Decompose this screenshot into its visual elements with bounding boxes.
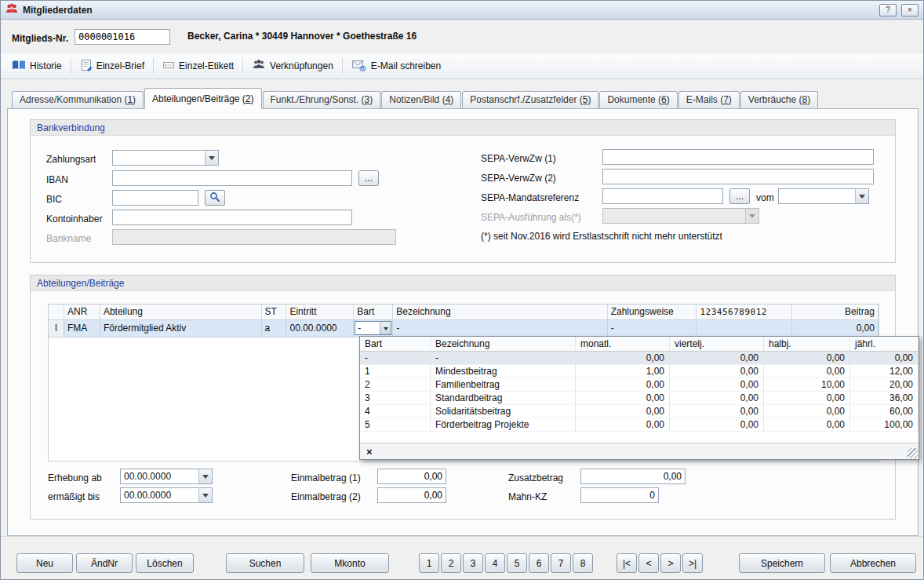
chevron-down-icon[interactable] — [205, 151, 218, 165]
column-header-st: ST — [262, 305, 287, 320]
tab[interactable]: Adresse/Kommunikation (1) — [12, 91, 144, 108]
ermaessigt-bis-value: 00.00.0000 — [121, 488, 198, 502]
historie-button[interactable]: Historie — [9, 59, 65, 74]
iban-input[interactable] — [112, 170, 352, 186]
tab[interactable]: Notizen/Bild (4) — [381, 91, 461, 108]
option-bart: 5 — [360, 418, 431, 431]
dropdown-option-row[interactable]: 2 Familienbeitrag 0,00 0,00 10,00 20,00 — [360, 378, 919, 392]
app-people-icon — [5, 2, 18, 17]
option-jaehrl: 12,00 — [850, 365, 919, 378]
sepa-verwzw2-input[interactable] — [602, 169, 874, 184]
vom-date-combobox[interactable] — [778, 188, 869, 204]
record-nav-button[interactable]: < — [638, 553, 659, 573]
tab[interactable]: Postanschrf./Zusatzfelder (5) — [462, 91, 598, 108]
tab[interactable]: Dokumente (6) — [599, 91, 677, 108]
option-viertelj: 0,00 — [670, 352, 764, 364]
option-bezeichnung: Standardbeitrag — [431, 392, 576, 404]
verknuepfungen-button[interactable]: Verknüpfungen — [249, 59, 336, 74]
suchen-button[interactable]: Suchen — [226, 553, 304, 573]
email-schreiben-label: E-Mail schreiben — [371, 60, 441, 71]
chevron-down-icon — [745, 209, 758, 223]
chevron-down-icon[interactable] — [855, 189, 868, 203]
record-number-button[interactable]: 7 — [551, 553, 571, 573]
speichern-button[interactable]: Speichern — [739, 553, 825, 573]
record-nav-button[interactable]: >| — [682, 553, 703, 573]
mandatsreferenz-browse-button[interactable]: ... — [729, 188, 750, 204]
column-header-monate: 123456789012 — [697, 305, 792, 320]
email-schreiben-button[interactable]: @ E-Mail schreiben — [348, 59, 444, 74]
tab[interactable]: Funkt./Ehrung/Sonst. (3) — [263, 91, 381, 108]
bart-combobox[interactable]: - — [355, 321, 391, 335]
option-bart: 3 — [360, 392, 431, 404]
ermaessigt-bis-combobox[interactable]: 00.00.0000 — [120, 487, 213, 503]
sepa-ausfuehrung-combobox — [602, 208, 759, 224]
toolbar-separator — [71, 58, 71, 74]
zahlungsart-combobox[interactable] — [112, 150, 219, 166]
toolbar-separator — [242, 58, 243, 74]
record-number-button[interactable]: 4 — [485, 553, 505, 573]
iban-browse-button[interactable]: ... — [358, 170, 379, 186]
mahn-kz-input[interactable] — [580, 487, 659, 503]
record-number-button[interactable]: 1 — [419, 553, 439, 573]
iban-label: IBAN — [46, 172, 68, 188]
record-number-button[interactable]: 8 — [573, 553, 593, 573]
resize-grip-icon[interactable] — [908, 448, 918, 458]
sepa-mandatsreferenz-input[interactable] — [602, 188, 723, 204]
tab-label: ) — [369, 94, 373, 105]
option-bart: - — [360, 352, 431, 364]
column-header-bezeichnung: Bezeichnung — [393, 305, 607, 320]
chevron-down-icon[interactable] — [198, 488, 212, 502]
record-number-button[interactable]: 2 — [441, 553, 461, 573]
record-nav-button[interactable]: |< — [617, 553, 637, 573]
bottom-button-bar: Neu ÄndNr Löschen Suchen Mkonto 12345678… — [1, 536, 923, 579]
mkonto-button[interactable]: Mkonto — [311, 553, 389, 573]
einmalbetrag2-input[interactable] — [377, 487, 446, 503]
abteilungen-section-title: Abteilungen/Beiträge — [31, 275, 895, 291]
einzel-brief-button[interactable]: Einzel-Brief — [77, 59, 147, 74]
erhebung-ab-combobox[interactable]: 00.00.0000 — [120, 469, 213, 484]
help-button[interactable]: ? — [879, 4, 897, 16]
einmalbetrag1-input[interactable] — [377, 469, 446, 484]
record-nav-button[interactable]: > — [660, 553, 681, 573]
dropdown-option-row[interactable]: 5 Förderbeitrag Projekte 0,00 0,00 0,00 … — [360, 418, 919, 432]
option-bezeichnung: - — [431, 352, 576, 364]
dropdown-option-row[interactable]: - - 0,00 0,00 0,00 0,00 — [360, 352, 919, 365]
option-monatl: 0,00 — [576, 378, 670, 391]
sepa-verwzw1-input[interactable] — [602, 149, 874, 165]
neu-button[interactable]: Neu — [16, 553, 73, 573]
tab[interactable]: Verbräuche (8) — [740, 91, 818, 108]
record-navigation-buttons: |<<>>| — [617, 553, 703, 573]
aendnr-button[interactable]: ÄndNr — [76, 553, 133, 573]
dropdown-rows: - - 0,00 0,00 0,00 0,00 1 Mindestbeitrag… — [360, 352, 919, 432]
record-number-button[interactable]: 6 — [529, 553, 549, 573]
bic-input[interactable] — [112, 190, 198, 206]
toolbar-separator — [342, 58, 343, 74]
dropdown-option-row[interactable]: 3 Standardbeitrag 0,00 0,00 0,00 36,00 — [360, 392, 919, 405]
grid-row-selected[interactable]: I FMA Fördermitglied Aktiv a 00.00.0000 … — [49, 320, 879, 337]
write-email-icon: @ — [351, 59, 367, 74]
loeschen-button[interactable]: Löschen — [136, 553, 194, 573]
chevron-down-icon[interactable] — [198, 469, 212, 483]
zusatzbetrag-input[interactable] — [580, 469, 686, 484]
dropdown-option-row[interactable]: 1 Mindestbeitrag 1,00 0,00 0,00 12,00 — [360, 365, 919, 378]
kontoinhaber-input[interactable] — [112, 210, 352, 225]
dropdown-option-row[interactable]: 4 Solidaritätsbeitrag 0,00 0,00 0,00 60,… — [360, 405, 919, 418]
mahn-kz-label: Mahn-KZ — [508, 489, 547, 505]
window-title: Mitgliederdaten — [23, 5, 875, 16]
record-number-button[interactable]: 3 — [463, 553, 483, 573]
dropdown-close-icon[interactable]: × — [360, 446, 379, 458]
tab[interactable]: E-Mails (7) — [678, 91, 740, 108]
member-no-input[interactable] — [75, 29, 170, 45]
tab-label: Notizen/Bild ( — [389, 94, 445, 105]
bic-search-button[interactable] — [205, 190, 225, 206]
tab-label: ) — [807, 94, 810, 105]
record-number-button[interactable]: 5 — [507, 553, 527, 573]
bankverbindung-group: Bankverbindung Zahlungsart IBAN ... BIC … — [30, 119, 896, 263]
chevron-down-icon[interactable] — [380, 322, 391, 334]
row-marker: I — [49, 320, 64, 337]
abbrechen-button[interactable]: Abbrechen — [830, 553, 916, 573]
einzel-etikett-button[interactable]: Einzel-Etikett — [159, 59, 237, 74]
tab[interactable]: Abteilungen/Beiträge (2) — [144, 88, 261, 109]
tab-label: Verbräuche ( — [748, 94, 802, 105]
close-button[interactable]: × — [901, 4, 919, 16]
